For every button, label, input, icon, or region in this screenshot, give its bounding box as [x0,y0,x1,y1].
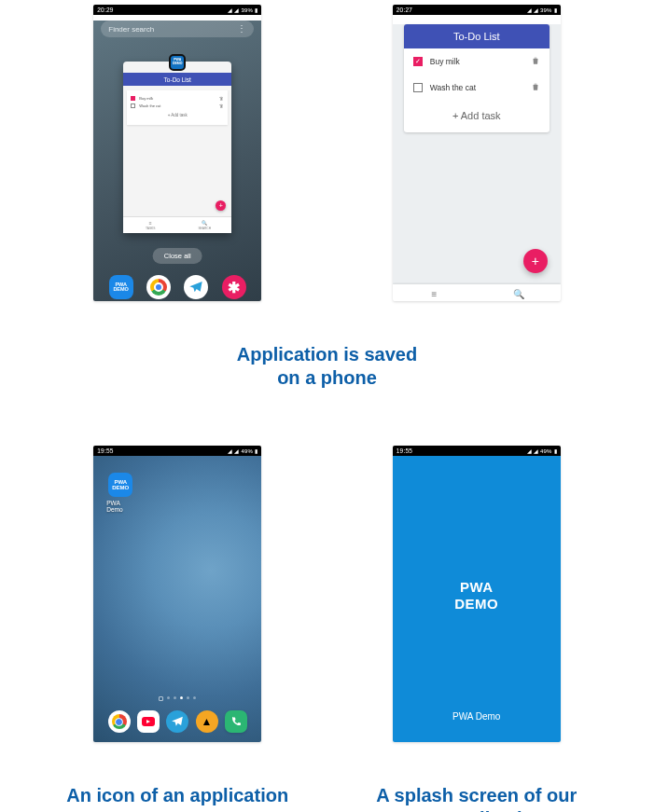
task-label: Buy milk [139,96,153,101]
search-placeholder: Finder search [108,25,154,34]
tab-search[interactable]: 🔍SEARCH [477,284,561,301]
dock-telegram-icon[interactable] [184,275,208,299]
splash-title: PWA DEMO [454,579,498,614]
fab-add: + [216,200,226,211]
more-icon[interactable]: ⋮ [237,24,246,34]
finder-search[interactable]: Finder search ⋮ [101,21,254,37]
status-time: 19:55 [97,447,113,454]
status-battery: 39% [540,7,552,13]
status-time: 20:27 [397,7,412,13]
caption-icon: An icon of an application on a screen [47,784,309,812]
status-time: 19:55 [397,447,412,454]
list-icon: ≡ [149,220,152,226]
trash-icon: 🗑 [219,103,224,108]
app-badge-icon: PWA DEMO [169,54,186,71]
status-battery: 49% [241,448,253,454]
home-app-icon[interactable]: PWA DEMO PWA Demo [106,473,134,513]
status-bar: 20:29 ◢ ◢ 39% ▮ [93,5,261,15]
close-all-button[interactable]: Close all [153,248,202,264]
app-icon-label: PWA Demo [106,500,134,513]
dock-gallery-icon[interactable] [222,275,246,299]
tab-search: 🔍SEARCH [177,217,231,233]
battery-icon: ▮ [554,447,557,454]
task-row[interactable]: Wash the cat [404,75,550,101]
status-signal-icon: ◢ ◢ [527,7,538,13]
checkbox-icon [131,96,135,101]
app-header: To-Do List [404,24,550,48]
fab-add-button[interactable]: + [523,249,548,273]
checkbox-unchecked-icon[interactable] [413,83,423,92]
status-signal-icon: ◢ ◢ [228,7,239,13]
pwa-icon: PWA DEMO [108,473,132,497]
status-bar: 20:27 ◢ ◢ 39% ▮ [393,5,561,15]
search-icon: 🔍 [202,220,207,226]
caption-splash: A splash screen of our test application [346,784,608,812]
task-label: Wash the cat [430,83,476,92]
status-signal-icon: ◢ ◢ [527,447,538,454]
caption-saved: Application is saved on a phone [47,343,607,390]
status-signal-icon: ◢ ◢ [228,447,239,454]
checkbox-icon [131,103,135,108]
task-row: Wash the cat 🗑 [131,103,224,108]
phone-splash: 19:55 ◢ ◢ 49% ▮ PWA DEMO PWA Demo [393,446,561,742]
status-battery: 39% [241,7,253,13]
task-label: Wash the cat [139,103,160,108]
list-icon: ≡ [432,289,438,299]
page-indicator [93,696,261,701]
checkbox-checked-icon[interactable]: ✓ [413,57,423,66]
add-task-button[interactable]: + Add task [404,101,550,132]
task-row[interactable]: ✓ Buy milk [404,48,550,75]
status-time: 20:29 [97,7,113,13]
task-row: Buy milk 🗑 [131,96,224,101]
status-bar: 19:55 ◢ ◢ 49% ▮ [393,446,561,456]
tab-tasks: ≡TASKS [123,217,177,233]
phone-app-open: 20:27 ◢ ◢ 39% ▮ To-Do List ✓ Buy milk [393,5,561,301]
splash-subtitle: PWA Demo [393,711,561,722]
dock-chrome-icon[interactable] [108,710,131,733]
dock-chrome-icon[interactable] [146,275,171,299]
dock-pwa-icon[interactable]: PWA DEMO [109,275,133,299]
battery-icon: ▮ [255,7,257,13]
task-label: Buy milk [430,57,460,66]
status-battery: 49% [540,448,552,454]
search-icon: 🔍 [513,289,525,299]
battery-icon: ▮ [554,7,557,13]
dock-phone-icon[interactable] [225,710,247,733]
dock-youtube-icon[interactable] [137,710,160,733]
dock-triangle-icon[interactable]: ▲ [196,710,218,733]
status-bar: 19:55 ◢ ◢ 49% ▮ [93,446,261,456]
trash-icon[interactable] [531,82,540,93]
trash-icon[interactable] [531,56,540,67]
trash-icon: 🗑 [219,96,224,101]
add-task: + Add task [131,113,224,117]
recent-app-card[interactable]: PWA DEMO To-Do List Buy milk 🗑 Wash the … [123,62,231,233]
battery-icon: ▮ [255,447,257,454]
dock-telegram-icon[interactable] [166,710,188,733]
card-title: To-Do List [123,73,231,86]
phone-home-screen: 19:55 ◢ ◢ 49% ▮ PWA DEMO PWA Demo [93,446,261,742]
phone-recents: 20:29 ◢ ◢ 39% ▮ Finder search ⋮ PWA DEMO… [93,5,261,301]
tab-tasks[interactable]: ≡TASKS [393,284,477,301]
